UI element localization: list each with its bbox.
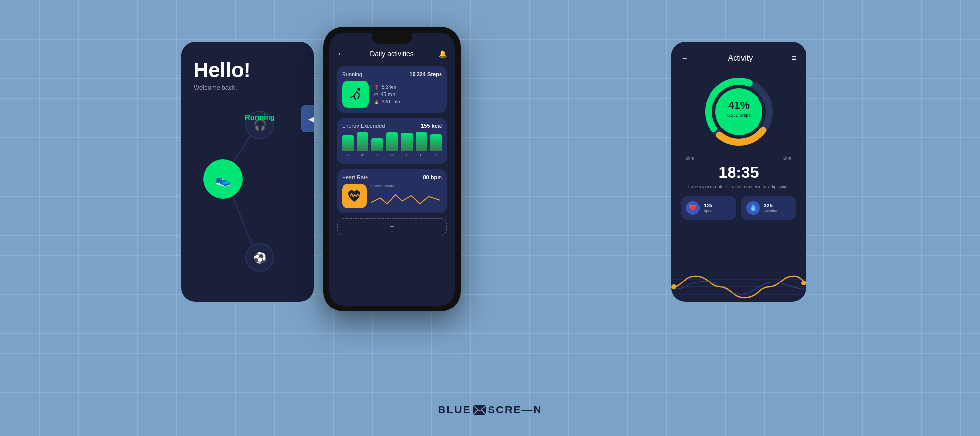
logo-area: BLUE SCRE—N: [438, 404, 542, 416]
heart-icon-box: [342, 184, 367, 208]
phone-wrapper: ← Daily activities 🔔 Running 10,324 Step…: [323, 27, 461, 311]
bar-w: W: [386, 132, 398, 157]
fire-icon: 🔥: [374, 100, 379, 104]
time-display: 18:35: [681, 163, 796, 181]
right-header: ← Activity ≡: [681, 54, 796, 63]
heart-value: 80 bpm: [423, 174, 442, 180]
menu-icon[interactable]: ≡: [792, 54, 796, 63]
bar-t2: T: [401, 132, 413, 157]
logo-text-2: SCRE—N: [488, 404, 542, 416]
svg-point-8: [357, 88, 360, 91]
bar-s2: S: [430, 132, 442, 157]
bpm-unit: bpm: [704, 208, 712, 213]
running-icon-box: [342, 81, 369, 108]
energy-card: Energy Expended 155 kcal S M: [337, 118, 447, 164]
bpm-value: 135: [704, 203, 712, 208]
time-icon: ⏱: [374, 92, 378, 97]
activity-title: Activity: [728, 54, 753, 63]
nodes-connections-svg: 🎧 👟 ⚽: [181, 101, 314, 302]
running-stats: 📍 5,3 km ⏱ 45 min 🔥 300 calo: [374, 84, 400, 104]
svg-text:👟: 👟: [215, 171, 232, 187]
heart-rate-card: Heart Rate 80 bpm Lorem ipsum: [337, 169, 447, 213]
arrow-tab[interactable]: ◀: [301, 105, 314, 132]
daily-activities-title: Daily activities: [370, 50, 414, 58]
running-steps: 10,324 Steps: [409, 71, 442, 77]
water-stat-icon: 💧: [746, 201, 760, 215]
svg-point-18: [671, 284, 676, 289]
time-description: Lorem ipsum dolor sit amet, consectetur …: [681, 184, 796, 190]
hello-title: Hello!: [194, 59, 301, 81]
running-duration: 45 min: [381, 92, 395, 97]
svg-point-12: [715, 88, 762, 135]
plus-icon: +: [390, 222, 395, 232]
svg-text:⚽: ⚽: [253, 251, 267, 264]
phone-header: ← Daily activities 🔔: [337, 50, 447, 58]
heart-stat-icon: ❤️: [686, 201, 700, 215]
running-card: Running 10,324 Steps 📍: [337, 66, 447, 113]
calories-unit: calories: [764, 208, 778, 213]
energy-value: 155 kcal: [421, 123, 442, 128]
energy-label: Energy Expended: [342, 123, 385, 128]
hello-subtitle: Welcome back.: [194, 84, 301, 91]
donut-svg: 41% 6,251 Steps: [700, 73, 778, 151]
wave-chart: [671, 272, 806, 302]
bar-t1: T: [371, 132, 383, 157]
svg-text:6,251 Steps: 6,251 Steps: [727, 113, 751, 118]
calories-card: 💧 325 calories: [741, 196, 797, 220]
heart-label: Heart Rate: [342, 174, 368, 180]
screen-right: ← Activity ≡ 41% 6,251 Steps 0km: [671, 42, 806, 302]
svg-line-0: [230, 132, 252, 167]
heart-chart: Lorem ipsum: [371, 184, 442, 208]
bar-s1: S: [342, 132, 354, 157]
bell-icon[interactable]: 🔔: [439, 50, 447, 58]
phone-outer: ← Daily activities 🔔 Running 10,324 Step…: [323, 27, 461, 311]
svg-line-1: [230, 191, 252, 245]
dist-end: 5km: [783, 156, 791, 161]
bar-chart: S M T W: [342, 132, 442, 159]
stats-row: ❤️ 135 bpm 💧 325 calories: [681, 196, 796, 220]
running-calories: 300 calo: [382, 99, 400, 104]
back-button[interactable]: ←: [337, 50, 345, 58]
running-label: Running: [342, 71, 362, 77]
svg-point-19: [801, 281, 806, 285]
running-label: Running: [245, 113, 275, 121]
phone-notch: [372, 33, 412, 44]
logo-text: BLUE: [438, 404, 471, 416]
running-distance: 5,3 km: [382, 84, 396, 90]
location-icon: 📍: [374, 85, 379, 90]
lorem-text: Lorem ipsum: [371, 184, 442, 188]
bar-f: F: [416, 132, 427, 157]
calories-value: 325: [764, 203, 778, 208]
screen-left: Hello! Welcome back. 🎧 👟 ⚽ Running ◀: [181, 42, 314, 302]
bpm-card: ❤️ 135 bpm: [681, 196, 736, 220]
right-back-button[interactable]: ←: [681, 54, 689, 63]
svg-text:41%: 41%: [728, 99, 749, 111]
logo-envelope-icon: [473, 405, 486, 415]
phone-screen: ← Daily activities 🔔 Running 10,324 Step…: [329, 33, 455, 306]
time-value: 18:35: [681, 163, 796, 181]
distance-labels: 0km 5km: [681, 156, 796, 161]
bar-m: M: [357, 132, 368, 157]
dist-start: 0km: [686, 156, 694, 161]
donut-chart-container: 41% 6,251 Steps: [681, 73, 796, 151]
add-activity-button[interactable]: +: [337, 218, 447, 235]
